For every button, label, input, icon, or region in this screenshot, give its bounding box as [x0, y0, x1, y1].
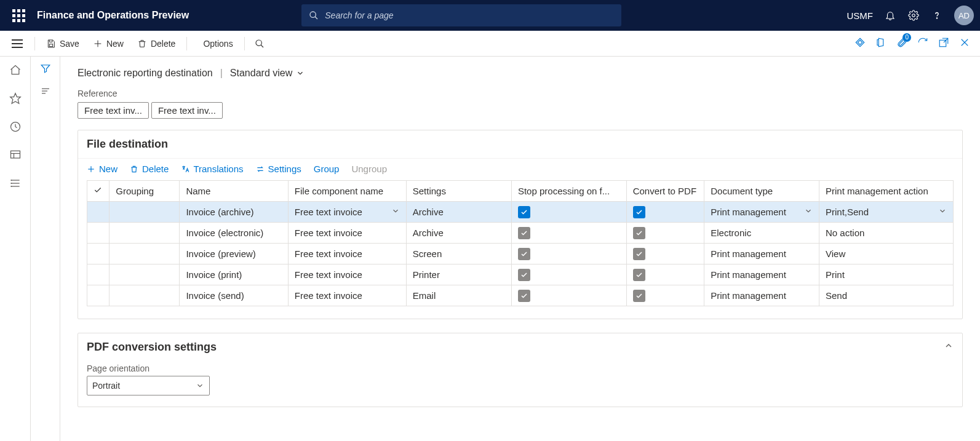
attachments-icon[interactable]: 0 — [896, 37, 907, 50]
file-destination-title: File destination — [87, 138, 168, 151]
page-content: Electronic reporting destination | Stand… — [60, 57, 980, 441]
col-stop[interactable]: Stop processing on f... — [511, 181, 626, 202]
legal-entity[interactable]: USMF — [847, 10, 873, 21]
gear-icon[interactable] — [907, 9, 920, 22]
global-nav-toggle[interactable] — [5, 39, 30, 48]
chevron-down-icon — [196, 381, 204, 390]
file-destination-card: File destination New Delete Translations — [78, 130, 963, 319]
file-destination-grid: Grouping Name File component name Settin… — [87, 180, 954, 306]
cell-file: Free text invoice — [288, 285, 406, 306]
col-select-all[interactable] — [87, 181, 110, 202]
table-row[interactable]: Invoice (archive)Free text invoiceArchiv… — [87, 202, 954, 223]
page-orientation-label: Page orientation — [87, 364, 954, 373]
collapse-icon[interactable] — [944, 341, 954, 354]
checkbox-convert[interactable] — [633, 269, 645, 281]
global-search-input[interactable]: Search for a page — [301, 4, 621, 26]
checkbox-stop[interactable] — [518, 227, 530, 239]
cell-settings: Archive — [406, 223, 511, 244]
svg-point-21 — [10, 183, 11, 184]
cell-convert — [626, 244, 704, 264]
svg-marker-12 — [10, 93, 20, 104]
table-row[interactable]: Invoice (preview)Free text invoiceScreen… — [87, 244, 954, 264]
checkbox-stop[interactable] — [518, 248, 530, 260]
workspace-icon[interactable] — [6, 145, 25, 165]
checkbox-convert[interactable] — [633, 206, 645, 218]
plus-icon — [87, 165, 95, 173]
app-launcher-icon[interactable] — [6, 3, 31, 28]
col-name[interactable]: Name — [180, 181, 288, 202]
bell-icon[interactable] — [884, 9, 896, 22]
col-grouping[interactable]: Grouping — [110, 181, 180, 202]
col-convert[interactable]: Convert to PDF — [626, 181, 704, 202]
popout-icon[interactable] — [938, 37, 949, 50]
cell-printact: Print — [819, 264, 954, 285]
table-row[interactable]: Invoice (send)Free text invoiceEmailPrin… — [87, 285, 954, 306]
col-doctype[interactable]: Document type — [704, 181, 819, 202]
cell-file: Free text invoice — [288, 223, 406, 244]
options-button[interactable]: Options — [197, 35, 239, 52]
view-selector[interactable]: Standard view — [230, 68, 305, 79]
star-icon[interactable] — [6, 89, 25, 108]
cell-convert — [626, 264, 704, 285]
diamond-icon[interactable] — [855, 37, 866, 50]
filter-icon[interactable] — [40, 63, 51, 76]
svg-line-8 — [261, 45, 263, 47]
cell-name: Invoice (archive) — [180, 202, 288, 223]
pdf-conversion-card: PDF conversion settings Page orientation… — [78, 333, 963, 407]
user-avatar[interactable]: AD — [954, 6, 974, 25]
related-icon[interactable] — [40, 85, 51, 98]
page-orientation-select[interactable]: Portrait — [87, 376, 210, 395]
home-icon[interactable] — [6, 60, 25, 80]
checkbox-stop[interactable] — [518, 269, 530, 281]
cell-doctype: Print management — [704, 264, 819, 285]
table-row[interactable]: Invoice (print)Free text invoicePrinterP… — [87, 264, 954, 285]
grid-settings-button[interactable]: Settings — [256, 164, 301, 174]
search-placeholder: Search for a page — [325, 10, 393, 20]
find-button[interactable] — [250, 35, 269, 52]
global-header: Finance and Operations Preview Search fo… — [0, 0, 980, 31]
cell-printact: Print,Send — [819, 202, 954, 223]
reference-label: Reference — [78, 89, 963, 98]
save-button[interactable]: Save — [40, 35, 86, 52]
table-row[interactable]: Invoice (electronic)Free text invoiceArc… — [87, 223, 954, 244]
help-icon[interactable] — [931, 9, 943, 22]
cell-name: Invoice (preview) — [180, 244, 288, 264]
cell-settings: Archive — [406, 202, 511, 223]
filter-rail — [31, 57, 60, 441]
trash-icon — [137, 39, 147, 49]
refresh-icon[interactable] — [917, 37, 928, 50]
col-file[interactable]: File component name — [288, 181, 406, 202]
checkbox-stop[interactable] — [518, 290, 530, 302]
col-printact[interactable]: Print management action — [819, 181, 954, 202]
cell-settings: Screen — [406, 244, 511, 264]
page-title: Electronic reporting destination — [78, 68, 213, 79]
cell-stop — [511, 264, 626, 285]
checkbox-stop[interactable] — [518, 206, 530, 218]
cell-doctype: Print management — [704, 202, 819, 223]
svg-line-1 — [315, 17, 317, 19]
checkbox-convert[interactable] — [633, 227, 645, 239]
office-icon[interactable] — [875, 37, 886, 50]
delete-button[interactable]: Delete — [131, 35, 181, 52]
grid-delete-button[interactable]: Delete — [130, 164, 169, 174]
search-icon — [255, 39, 265, 49]
reference-pill-1[interactable]: Free text inv... — [78, 102, 149, 119]
check-icon — [94, 186, 102, 194]
recent-icon[interactable] — [6, 117, 25, 137]
cell-settings: Email — [406, 285, 511, 306]
col-settings[interactable]: Settings — [406, 181, 511, 202]
nav-rail — [0, 57, 31, 441]
close-icon[interactable] — [959, 37, 970, 50]
new-button[interactable]: New — [87, 35, 130, 52]
modules-icon[interactable] — [6, 173, 25, 193]
checkbox-convert[interactable] — [633, 290, 645, 302]
cell-name: Invoice (print) — [180, 264, 288, 285]
cell-convert — [626, 202, 704, 223]
reference-pill-2[interactable]: Free text inv... — [151, 102, 223, 119]
checkbox-convert[interactable] — [633, 248, 645, 260]
grid-translations-button[interactable]: Translations — [181, 164, 243, 174]
svg-point-20 — [10, 180, 11, 181]
grid-group-button[interactable]: Group — [314, 164, 340, 174]
grid-new-button[interactable]: New — [87, 164, 118, 174]
svg-point-0 — [310, 12, 316, 17]
